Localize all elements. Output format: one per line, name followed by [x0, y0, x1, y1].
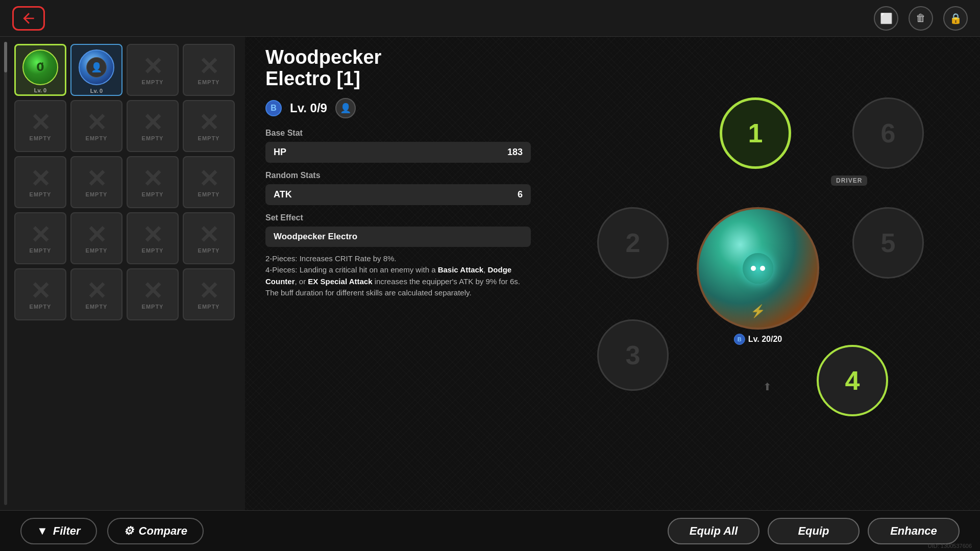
slot-circle-6: 6 — [852, 97, 924, 169]
avatar: 👤 — [86, 57, 107, 78]
disc-level-badge: B Lv. 20/20 — [734, 334, 782, 345]
equip-all-button[interactable]: Equip All — [668, 518, 760, 544]
element-badge: B — [265, 100, 282, 116]
list-item[interactable]: ✕EMPTY — [70, 156, 122, 208]
list-item[interactable]: ✕EMPTY — [14, 268, 66, 320]
slot-circle-1: 1 — [720, 97, 791, 169]
disc-viewer-panel: 1 6 DRIVER 2 5 3 — [541, 37, 980, 510]
list-item[interactable]: ✕EMPTY — [127, 268, 179, 320]
base-stat-row: HP 183 — [265, 142, 531, 163]
item-grid: 0̈ Lv. 0 👤 Lv. 0 ✕ EMPTY ✕ EMPTY ✕EMPTY … — [12, 42, 245, 322]
list-item[interactable]: ✕EMPTY — [70, 268, 122, 320]
equip-button[interactable]: Equip — [768, 518, 860, 544]
set-effect-box: Woodpecker Electro — [265, 227, 531, 247]
random-stat-row: ATK 6 — [265, 184, 531, 205]
list-item[interactable]: ✕ EMPTY — [127, 44, 179, 96]
stat-value: 183 — [507, 147, 523, 158]
level-row: B Lv. 0/9 👤 — [265, 98, 531, 118]
slot-circle-4: 4 — [817, 345, 888, 416]
disc-slot-3[interactable]: 3 — [597, 319, 669, 391]
empty-slot-icon: ✕ — [199, 55, 219, 79]
random-stats-label: Random Stats — [265, 171, 531, 180]
disc-dot — [751, 266, 756, 271]
list-item[interactable]: ✕EMPTY — [183, 268, 235, 320]
item-detail-panel: Woodpecker Electro [1] B Lv. 0/9 👤 Base … — [255, 37, 541, 510]
random-stat-name: ATK — [274, 189, 292, 200]
list-item[interactable]: ✕EMPTY — [70, 212, 122, 264]
bottom-right-buttons: Equip All Equip Enhance — [668, 518, 960, 544]
list-item[interactable]: ✕EMPTY — [183, 100, 235, 152]
list-item[interactable]: ✕EMPTY — [14, 156, 66, 208]
item-grid-panel: 0̈ Lv. 0 👤 Lv. 0 ✕ EMPTY ✕ EMPTY ✕EMPTY … — [0, 37, 245, 510]
scrollbar-thumb[interactable] — [4, 42, 7, 72]
back-button[interactable] — [12, 6, 45, 31]
uid-text: UID: 1300537606 — [928, 543, 972, 549]
disc-slot-1[interactable]: 1 — [720, 97, 791, 169]
list-item[interactable]: ✕EMPTY — [70, 100, 122, 152]
list-item[interactable]: 0̈ Lv. 0 — [14, 44, 66, 96]
empty-slot-icon: ✕ — [142, 55, 163, 79]
element-icon: B — [734, 334, 745, 345]
hex-container: 1 6 DRIVER 2 5 3 — [567, 80, 954, 467]
list-item[interactable]: ✕EMPTY — [183, 156, 235, 208]
item-level: Lv. 0/9 — [290, 101, 327, 115]
enhance-button[interactable]: Enhance — [868, 518, 960, 544]
empty-label: EMPTY — [198, 79, 220, 85]
set-effect-name: Woodpecker Electro — [274, 232, 523, 242]
item-level: Lv. 0 — [16, 87, 65, 93]
random-stat-value: 6 — [518, 189, 523, 200]
list-item[interactable]: ✕EMPTY — [14, 212, 66, 264]
list-item[interactable]: ✕EMPTY — [127, 156, 179, 208]
disc-dot — [760, 266, 765, 271]
list-item[interactable]: ✕EMPTY — [127, 100, 179, 152]
scrollbar-track — [4, 42, 7, 505]
base-stat-label: Base Stat — [265, 129, 531, 138]
compare-button[interactable]: ⚙ Compare — [107, 518, 204, 544]
list-item[interactable]: 👤 Lv. 0 — [70, 44, 122, 96]
list-item[interactable]: ✕EMPTY — [127, 212, 179, 264]
disc-slot-4[interactable]: 4 — [817, 345, 888, 416]
avatar: 👤 — [335, 98, 356, 118]
center-disc-slot[interactable]: ⚡ B Lv. 20/20 — [697, 207, 819, 330]
filter-icon: ▼ — [37, 524, 48, 538]
driver-label: DRIVER — [831, 176, 867, 186]
disc-dots — [751, 266, 765, 271]
bottom-bar: ▼ Filter ⚙ Compare Equip All Equip Enhan… — [0, 510, 980, 551]
disc-slot-2[interactable]: 2 — [597, 207, 669, 279]
stat-name: HP — [274, 147, 286, 158]
top-bar: ⬜ 🗑 🔒 — [0, 0, 980, 37]
item-level: Lv. 0 — [71, 88, 121, 94]
compare-icon: ⚙ — [124, 524, 134, 538]
slot-circle-5: 5 — [852, 207, 924, 279]
list-item[interactable]: ✕EMPTY — [14, 100, 66, 152]
set-effect-label: Set Effect — [265, 213, 531, 222]
set-effect-description: 2-Pieces: Increases CRIT Rate by 8%. 4-P… — [265, 253, 531, 299]
disc-slot-5[interactable]: 5 — [852, 207, 924, 279]
copy-button[interactable]: ⬜ — [874, 6, 898, 31]
item-title: Woodpecker Electro [1] — [265, 47, 531, 90]
empty-label: EMPTY — [142, 79, 164, 85]
connector-icon: ⬆ — [763, 381, 772, 393]
list-item[interactable]: ✕ EMPTY — [183, 44, 235, 96]
top-right-icons: ⬜ 🗑 🔒 — [874, 6, 968, 31]
list-item[interactable]: ✕EMPTY — [183, 212, 235, 264]
slot-circle-2: 2 — [597, 207, 669, 279]
slot-circle-3: 3 — [597, 319, 669, 391]
center-disc: ⚡ — [697, 207, 819, 330]
delete-button[interactable]: 🗑 — [909, 6, 933, 31]
lock-button[interactable]: 🔒 — [943, 6, 968, 31]
filter-button[interactable]: ▼ Filter — [20, 518, 97, 544]
disc-slot-6[interactable]: 6 — [852, 97, 924, 169]
